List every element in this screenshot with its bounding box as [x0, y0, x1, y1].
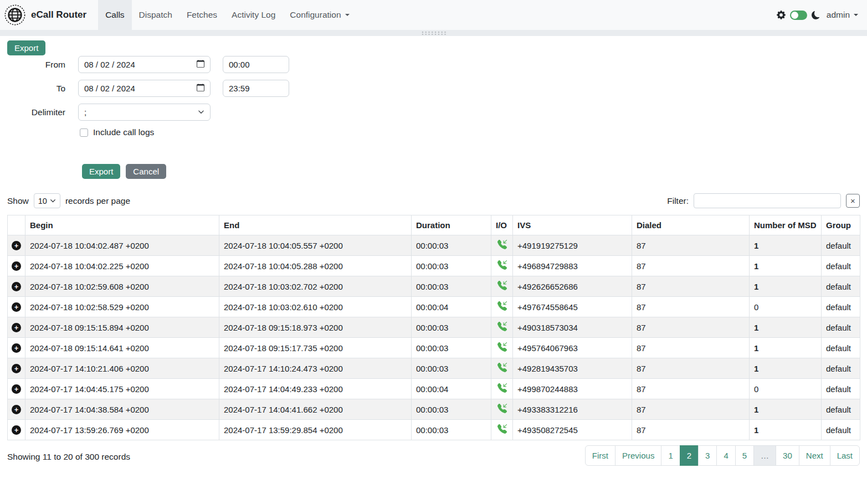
main-content: Export From 08 / 02 / 2024 To 08 / 02	[0, 36, 867, 488]
expand-row-button[interactable]: +	[12, 282, 21, 291]
col-end[interactable]: End	[219, 215, 412, 235]
cell-begin: 2024-07-18 09:15:15.894 +0200	[25, 317, 219, 338]
col-number-of-msd[interactable]: Number of MSD	[750, 215, 822, 235]
table-row: + 2024-07-18 09:15:15.894 +0200 2024-07-…	[8, 317, 860, 338]
expand-row-button[interactable]: +	[12, 384, 21, 394]
pagination-item-last[interactable]: Last	[830, 445, 860, 466]
pagination-item-2[interactable]: 2	[680, 445, 699, 466]
cell-number-of-msd: 1	[750, 276, 822, 297]
expand-row-button[interactable]: +	[12, 405, 21, 414]
expand-row-button[interactable]: +	[12, 323, 21, 332]
main-nav: Calls Dispatch Fetches Activity Log Conf…	[98, 0, 356, 30]
cell-ivs: +495764067963	[513, 338, 632, 358]
col-begin[interactable]: Begin	[25, 215, 219, 235]
pagination-item-4[interactable]: 4	[716, 445, 735, 466]
cell-duration: 00:00:03	[412, 338, 491, 358]
nav-item-activity-log[interactable]: Activity Log	[224, 0, 283, 30]
page-size-value: 10	[38, 197, 47, 205]
expand-row-button[interactable]: +	[12, 302, 21, 312]
table-row: + 2024-07-17 14:04:45.175 +0200 2024-07-…	[8, 379, 860, 399]
filter-input[interactable]	[694, 193, 841, 208]
expand-row-button[interactable]: +	[12, 261, 21, 271]
telephone-inbound-icon	[497, 426, 507, 435]
user-name: admin	[827, 10, 850, 20]
to-date-input[interactable]: 08 / 02 / 2024	[78, 80, 211, 97]
clear-filter-button[interactable]: ×	[846, 194, 860, 208]
col-duration[interactable]: Duration	[412, 215, 491, 235]
pagination-item-1[interactable]: 1	[661, 445, 680, 466]
cell-end: 2024-07-18 09:15:17.735 +0200	[219, 338, 412, 358]
dark-mode-toggle[interactable]	[790, 11, 807, 20]
moon-icon[interactable]	[812, 11, 820, 19]
export-toggle-button[interactable]: Export	[7, 40, 45, 55]
cell-io	[491, 358, 513, 379]
pagination-item-next[interactable]: Next	[799, 445, 830, 466]
calendar-icon[interactable]	[197, 60, 204, 69]
cell-group: default	[822, 317, 860, 338]
delimiter-label: Delimiter	[7, 107, 65, 117]
table-controls: Show 10 records per page Filter: ×	[7, 193, 860, 208]
cell-end: 2024-07-17 14:10:24.473 +0200	[219, 358, 412, 379]
cell-group: default	[822, 276, 860, 297]
from-time-input[interactable]	[223, 56, 289, 73]
table-header-row: Begin End Duration I/O IVS Dialed Number…	[8, 215, 860, 235]
pagination-item-30[interactable]: 30	[776, 445, 799, 466]
delimiter-select[interactable]: ;	[78, 104, 211, 121]
pagination-item-first[interactable]: First	[585, 445, 615, 466]
calls-table: Begin End Duration I/O IVS Dialed Number…	[7, 215, 860, 440]
cell-dialed: 87	[632, 297, 750, 317]
to-time-input[interactable]	[223, 80, 289, 97]
cell-end: 2024-07-18 10:04:05.288 +0200	[219, 256, 412, 276]
cell-begin: 2024-07-18 10:02:58.529 +0200	[25, 297, 219, 317]
col-ivs[interactable]: IVS	[513, 215, 632, 235]
cell-io	[491, 399, 513, 420]
nav-item-calls[interactable]: Calls	[98, 0, 131, 30]
include-call-logs-checkbox[interactable]	[80, 128, 88, 137]
nav-item-configuration[interactable]: Configuration	[283, 0, 356, 30]
from-date-value: 08 / 02 / 2024	[84, 60, 135, 69]
show-label: Show	[7, 196, 29, 206]
pagination-item-previous[interactable]: Previous	[615, 445, 661, 466]
expand-row-button[interactable]: +	[12, 241, 21, 250]
cell-begin: 2024-07-18 10:04:02.225 +0200	[25, 256, 219, 276]
from-date-input[interactable]: 08 / 02 / 2024	[78, 56, 211, 73]
nav-item-dispatch[interactable]: Dispatch	[132, 0, 179, 30]
export-form: From 08 / 02 / 2024 To 08 / 02 / 2024	[7, 56, 860, 179]
telephone-inbound-icon	[497, 241, 507, 251]
app-brand[interactable]: eCall Router	[31, 9, 86, 20]
expand-row-button[interactable]: +	[12, 425, 21, 435]
cell-duration: 00:00:03	[412, 358, 491, 379]
expand-row-button[interactable]: +	[12, 364, 21, 373]
gear-icon[interactable]	[777, 11, 786, 19]
pagination-item-5[interactable]: 5	[735, 445, 754, 466]
chevron-down-icon	[854, 14, 858, 16]
table-row: + 2024-07-18 10:04:02.225 +0200 2024-07-…	[8, 256, 860, 276]
cell-number-of-msd: 1	[750, 358, 822, 379]
cell-number-of-msd: 1	[750, 256, 822, 276]
page-size-select[interactable]: 10	[34, 193, 60, 208]
cell-dialed: 87	[632, 399, 750, 420]
table-row: + 2024-07-17 14:10:21.406 +0200 2024-07-…	[8, 358, 860, 379]
telephone-inbound-icon	[497, 405, 507, 415]
panel-resize-grip[interactable]	[0, 30, 867, 36]
cell-duration: 00:00:03	[412, 276, 491, 297]
cell-begin: 2024-07-17 14:04:45.175 +0200	[25, 379, 219, 399]
export-submit-button[interactable]: Export	[82, 164, 120, 179]
cell-duration: 00:00:03	[412, 235, 491, 256]
cell-dialed: 87	[632, 338, 750, 358]
cell-dialed: 87	[632, 379, 750, 399]
col-group[interactable]: Group	[822, 215, 860, 235]
cell-number-of-msd: 1	[750, 235, 822, 256]
oecon-globe-logo-icon	[4, 4, 25, 25]
col-dialed[interactable]: Dialed	[632, 215, 750, 235]
cell-number-of-msd: 0	[750, 379, 822, 399]
cancel-button[interactable]: Cancel	[126, 164, 166, 179]
cell-io	[491, 379, 513, 399]
pagination-item-3[interactable]: 3	[698, 445, 717, 466]
include-call-logs-label[interactable]: Include call logs	[93, 127, 154, 137]
col-io[interactable]: I/O	[491, 215, 513, 235]
expand-row-button[interactable]: +	[12, 343, 21, 353]
user-menu[interactable]: admin	[827, 10, 858, 20]
calendar-icon[interactable]	[197, 84, 204, 93]
nav-item-fetches[interactable]: Fetches	[179, 0, 224, 30]
